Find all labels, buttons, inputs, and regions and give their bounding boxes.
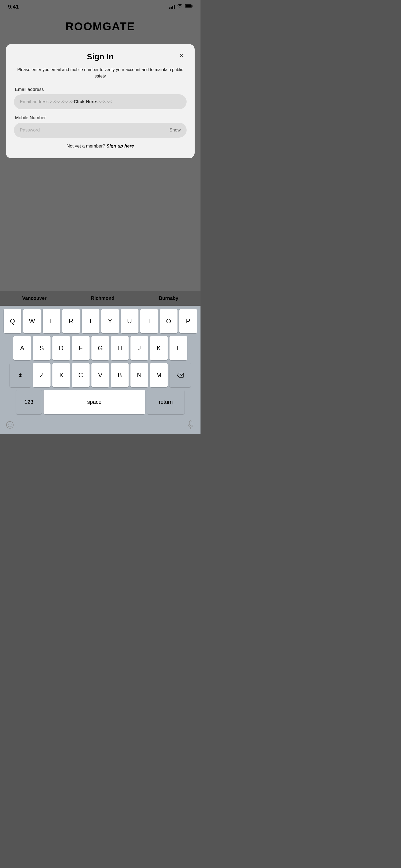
key-v[interactable]: V <box>91 363 109 387</box>
key-k[interactable]: K <box>150 336 167 360</box>
return-key[interactable]: return <box>147 390 184 414</box>
key-x[interactable]: X <box>52 363 70 387</box>
city-tabs: Vancouver Richmond Burnaby <box>0 291 201 306</box>
key-e[interactable]: E <box>43 309 60 333</box>
email-label: Email address <box>15 87 187 92</box>
key-f[interactable]: F <box>72 336 90 360</box>
microphone-icon[interactable] <box>184 418 197 432</box>
signup-section: Not yet a member? Sign up here <box>14 144 187 149</box>
email-after-text: <<<<<< <box>96 99 112 104</box>
modal-subtitle: Please enter you email and mobile number… <box>14 66 187 80</box>
modal-title: Sign In <box>87 52 114 61</box>
key-m[interactable]: M <box>150 363 167 387</box>
key-u[interactable]: U <box>121 309 138 333</box>
status-time: 9:41 <box>8 4 19 10</box>
keyboard-row-1: Q W E R T Y U I O P <box>1 309 199 333</box>
svg-rect-4 <box>19 375 21 376</box>
email-click-here[interactable]: Click Here <box>74 99 96 104</box>
svg-point-7 <box>6 422 13 428</box>
svg-rect-2 <box>186 5 191 7</box>
modal-header: Sign In × <box>14 52 187 61</box>
city-tab-vancouver[interactable]: Vancouver <box>22 296 47 301</box>
key-h[interactable]: H <box>111 336 129 360</box>
keyboard: Q W E R T Y U I O P A S D F G H J K L Z … <box>0 306 201 434</box>
email-input[interactable]: Email address >>>>>>>>>Click Here<<<<<< <box>14 94 187 109</box>
wifi-icon <box>177 4 183 9</box>
signal-icon <box>169 4 175 9</box>
backspace-key[interactable] <box>169 363 191 387</box>
num-key[interactable]: 123 <box>16 390 42 414</box>
key-n[interactable]: N <box>130 363 148 387</box>
svg-point-8 <box>8 424 9 425</box>
key-p[interactable]: P <box>179 309 197 333</box>
key-l[interactable]: L <box>169 336 187 360</box>
battery-icon <box>185 4 192 9</box>
signup-link[interactable]: Sign up here <box>106 144 134 149</box>
key-q[interactable]: Q <box>4 309 21 333</box>
svg-point-9 <box>11 424 12 425</box>
signup-prefix: Not yet a member? <box>67 144 106 149</box>
status-icons <box>169 4 192 9</box>
key-y[interactable]: Y <box>101 309 119 333</box>
close-button[interactable]: × <box>177 51 187 60</box>
password-field[interactable]: Password Show <box>14 123 187 137</box>
signin-modal: Sign In × Please enter you email and mob… <box>6 44 195 158</box>
shift-key[interactable] <box>10 363 31 387</box>
key-s[interactable]: S <box>33 336 51 360</box>
key-g[interactable]: G <box>91 336 109 360</box>
key-z[interactable]: Z <box>33 363 51 387</box>
key-r[interactable]: R <box>62 309 80 333</box>
key-o[interactable]: O <box>160 309 178 333</box>
key-b[interactable]: B <box>111 363 129 387</box>
status-bar: 9:41 <box>0 0 201 13</box>
mobile-label: Mobile Number <box>15 115 187 121</box>
city-tab-burnaby[interactable]: Burnaby <box>159 296 178 301</box>
keyboard-row-4: 123 space return <box>1 390 199 414</box>
keyboard-accessory-row <box>1 417 199 433</box>
key-a[interactable]: A <box>13 336 31 360</box>
password-placeholder: Password <box>20 127 40 133</box>
svg-rect-1 <box>192 5 192 7</box>
city-tab-richmond[interactable]: Richmond <box>91 296 115 301</box>
keyboard-row-3: Z X C V B N M <box>1 363 199 387</box>
key-c[interactable]: C <box>72 363 90 387</box>
emoji-icon[interactable] <box>3 418 17 432</box>
key-i[interactable]: I <box>140 309 158 333</box>
key-j[interactable]: J <box>130 336 148 360</box>
show-password-button[interactable]: Show <box>169 127 181 133</box>
app-title: ROOMGATE <box>0 20 201 33</box>
key-w[interactable]: W <box>23 309 41 333</box>
email-placeholder-text: Email address >>>>>>>>> <box>20 99 74 104</box>
key-d[interactable]: D <box>52 336 70 360</box>
svg-rect-10 <box>189 421 192 426</box>
space-key[interactable]: space <box>43 390 145 414</box>
keyboard-row-2: A S D F G H J K L <box>1 336 199 360</box>
key-t[interactable]: T <box>82 309 99 333</box>
